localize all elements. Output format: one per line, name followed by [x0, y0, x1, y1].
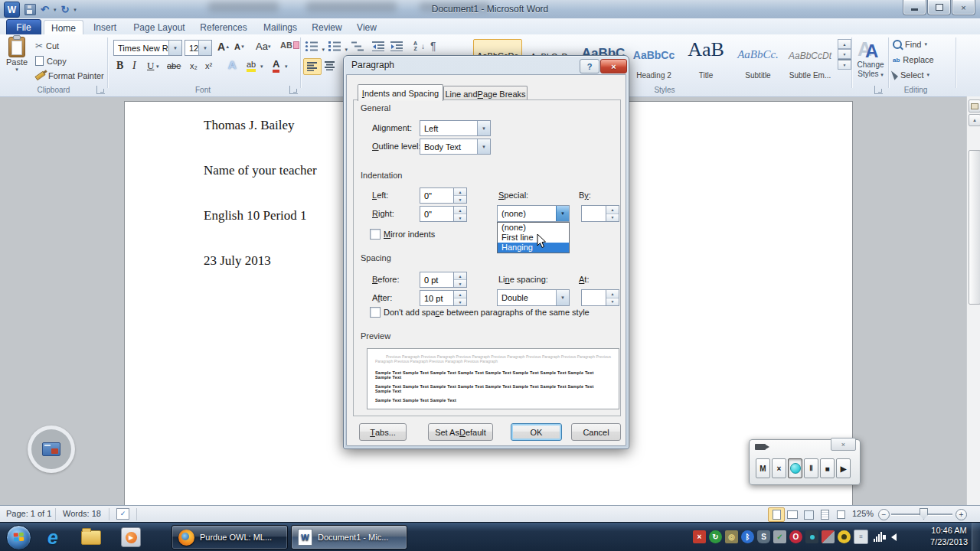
tab-insert[interactable]: Insert: [86, 20, 124, 34]
tray-reader-icon[interactable]: [822, 530, 835, 543]
proofing-status-icon[interactable]: ✓: [116, 508, 129, 520]
minimize-button[interactable]: [903, 0, 926, 15]
zoom-level[interactable]: 125%: [852, 509, 874, 518]
special-combo[interactable]: (none) ▼: [497, 205, 570, 222]
tray-camera-icon[interactable]: ◎: [725, 530, 738, 543]
mirror-indents-checkbox[interactable]: [370, 229, 381, 240]
tray-volume-icon[interactable]: [887, 530, 900, 543]
style-heading2[interactable]: AaBbCc: [629, 39, 678, 62]
dont-add-space-checkbox[interactable]: [370, 307, 381, 318]
show-desktop-button[interactable]: [972, 523, 980, 551]
start-button[interactable]: [6, 525, 31, 550]
tray-update-icon[interactable]: [838, 530, 851, 543]
tray-clipboard-icon[interactable]: ≡: [854, 530, 868, 544]
dropdown-item-hanging[interactable]: Hanging: [498, 243, 569, 253]
clear-formatting-button[interactable]: AB: [280, 41, 299, 50]
tab-home[interactable]: Home: [44, 20, 83, 35]
bold-button[interactable]: B: [116, 60, 123, 72]
ok-button[interactable]: OK: [511, 423, 562, 441]
close-button[interactable]: ×: [952, 0, 975, 15]
internet-explorer-icon[interactable]: e: [43, 527, 63, 547]
text-effects-button[interactable]: A: [228, 58, 237, 71]
taskbar-button-firefox[interactable]: Purdue OWL: ML...: [172, 525, 288, 549]
dropdown-item-none[interactable]: (none): [498, 223, 569, 233]
indent-left-spinner[interactable]: 0" ▲▼: [420, 187, 467, 204]
copy-button[interactable]: Copy: [35, 56, 67, 66]
bullets-button[interactable]: ▾: [305, 41, 325, 54]
zoom-slider-handle[interactable]: [920, 508, 928, 520]
align-left-button[interactable]: [303, 58, 322, 75]
taskbar-button-word[interactable]: W Document1 - Mic...: [291, 525, 407, 549]
grow-font-button[interactable]: A▲: [217, 41, 230, 53]
font-family-combo[interactable]: Times New Rom ▼: [113, 40, 182, 56]
styles-scroll-up[interactable]: ▲: [838, 39, 851, 49]
tray-bluetooth-icon[interactable]: ᛒ: [741, 530, 754, 543]
recorder-x-button[interactable]: ×: [772, 458, 786, 478]
sort-button[interactable]: A Z: [413, 41, 417, 51]
font-dialog-launcher[interactable]: [289, 86, 298, 94]
set-as-default-button[interactable]: Set As Default: [428, 423, 493, 441]
recorder-pause-button[interactable]: Ⅱ: [804, 458, 818, 478]
spacing-after-spinner[interactable]: 10 pt ▲▼: [420, 290, 467, 306]
shrink-font-button[interactable]: A▼: [234, 42, 245, 51]
tab-references[interactable]: References: [193, 20, 254, 34]
superscript-button[interactable]: x²: [205, 61, 212, 70]
multilevel-list-button[interactable]: [351, 41, 364, 54]
scroll-up-button[interactable]: ▲: [969, 114, 980, 126]
ruler-toggle-button[interactable]: [969, 99, 980, 112]
styles-gallery-more[interactable]: ▼: [838, 59, 851, 70]
alignment-combo[interactable]: Left ▼: [420, 120, 491, 136]
media-player-icon[interactable]: ▶: [121, 527, 141, 547]
page-indicator[interactable]: Page: 1 of 1: [6, 509, 51, 518]
font-size-combo[interactable]: 12 ▼: [185, 40, 212, 56]
replace-button[interactable]: ab Replace: [893, 55, 934, 64]
numbering-button[interactable]: ▾: [328, 41, 348, 54]
styles-dialog-launcher[interactable]: [874, 86, 883, 94]
font-color-dropdown-icon[interactable]: ▾: [285, 64, 288, 70]
paste-button[interactable]: Paste ▾: [5, 37, 29, 73]
by-spinner[interactable]: ▲▼: [581, 205, 619, 222]
zoom-in-button[interactable]: +: [956, 509, 967, 520]
tabs-button[interactable]: Tabs...: [359, 423, 407, 441]
tab-indents-and-spacing[interactable]: Indents and Spacing: [358, 84, 443, 101]
italic-button[interactable]: I: [132, 60, 136, 72]
recorder-m-button[interactable]: M: [756, 458, 770, 478]
style-subtle-emphasis[interactable]: AaBbCcDt: [786, 39, 835, 62]
align-center-button[interactable]: [325, 60, 335, 73]
format-painter-button[interactable]: Format Painter: [35, 71, 104, 80]
at-spinner[interactable]: ▲▼: [581, 289, 619, 306]
select-button[interactable]: Select ▾: [893, 70, 929, 80]
view-outline-button[interactable]: [816, 507, 833, 522]
dialog-help-button[interactable]: ?: [580, 59, 599, 73]
zoom-out-button[interactable]: −: [878, 509, 890, 520]
font-color-button[interactable]: A: [273, 58, 279, 73]
decrease-indent-button[interactable]: [372, 41, 385, 54]
view-print-layout-button[interactable]: [768, 507, 785, 522]
styles-scroll-down[interactable]: ▼: [838, 49, 851, 59]
tray-messenger-icon[interactable]: [805, 530, 818, 543]
strikethrough-button[interactable]: abe: [167, 61, 181, 70]
increase-indent-button[interactable]: [390, 41, 403, 54]
view-full-screen-button[interactable]: [784, 507, 801, 522]
tray-security-icon[interactable]: O: [789, 530, 802, 543]
find-button[interactable]: Find ▾: [893, 40, 927, 49]
tray-power-ok-icon[interactable]: ✓: [773, 530, 786, 543]
tab-file[interactable]: File: [6, 19, 41, 36]
vertical-scrollbar[interactable]: ▲: [966, 96, 980, 505]
recorder-play-button[interactable]: ▶: [836, 458, 851, 478]
dialog-close-button[interactable]: ×: [600, 59, 627, 73]
style-title[interactable]: AaB: [681, 39, 730, 62]
highlight-dropdown-icon[interactable]: ▾: [260, 64, 263, 70]
restore-button[interactable]: [927, 0, 951, 15]
recorder-record-button[interactable]: [788, 458, 802, 478]
tab-view[interactable]: View: [349, 20, 384, 34]
tray-sync-icon[interactable]: ↻: [709, 530, 722, 543]
tab-mailings[interactable]: Mailings: [256, 20, 305, 34]
change-styles-button[interactable]: AA Change Styles ▾: [854, 37, 887, 85]
view-draft-button[interactable]: [832, 507, 849, 522]
clipboard-dialog-launcher[interactable]: [96, 86, 105, 94]
underline-dropdown-icon[interactable]: ▾: [156, 64, 159, 70]
tray-error-icon[interactable]: ×: [693, 530, 706, 543]
tray-shield-icon[interactable]: S: [757, 530, 770, 543]
view-web-layout-button[interactable]: [800, 507, 817, 522]
